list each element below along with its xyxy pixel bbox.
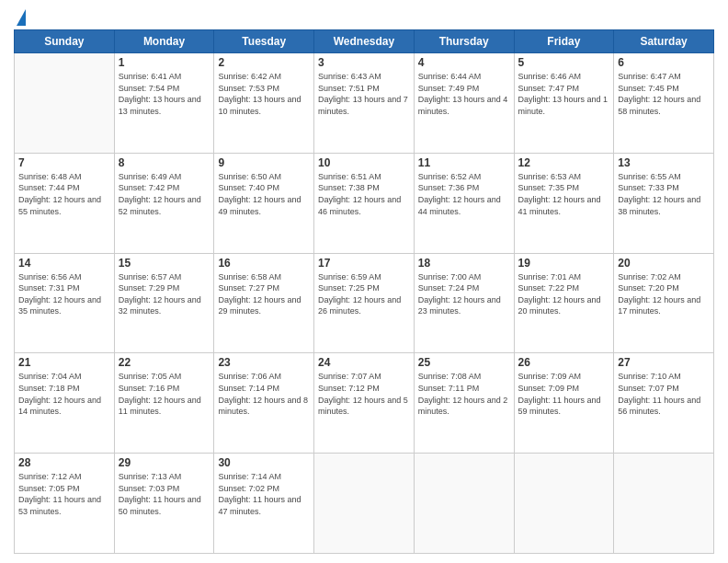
day-detail: Sunrise: 6:59 AMSunset: 7:25 PMDaylight:…	[318, 271, 410, 317]
day-detail: Sunrise: 7:07 AMSunset: 7:12 PMDaylight:…	[318, 371, 410, 417]
day-number: 13	[618, 156, 710, 169]
day-number: 15	[119, 257, 210, 270]
day-detail: Sunrise: 6:58 AMSunset: 7:27 PMDaylight:…	[218, 271, 310, 317]
day-detail: Sunrise: 7:12 AMSunset: 7:05 PMDaylight:…	[18, 471, 110, 517]
day-detail: Sunrise: 6:55 AMSunset: 7:33 PMDaylight:…	[618, 171, 710, 217]
calendar-day-header: Monday	[114, 30, 214, 53]
day-detail: Sunrise: 7:06 AMSunset: 7:14 PMDaylight:…	[218, 371, 310, 417]
logo-triangle-icon	[17, 9, 26, 26]
calendar-day-header: Tuesday	[214, 30, 314, 53]
day-detail: Sunrise: 7:09 AMSunset: 7:09 PMDaylight:…	[518, 371, 610, 417]
calendar-cell	[414, 454, 514, 554]
day-number: 3	[318, 56, 410, 69]
day-detail: Sunrise: 6:48 AMSunset: 7:44 PMDaylight:…	[18, 171, 110, 217]
page: SundayMondayTuesdayWednesdayThursdayFrid…	[0, 0, 728, 563]
day-detail: Sunrise: 7:08 AMSunset: 7:11 PMDaylight:…	[418, 371, 510, 417]
day-detail: Sunrise: 6:53 AMSunset: 7:35 PMDaylight:…	[518, 171, 610, 217]
calendar-cell: 3Sunrise: 6:43 AMSunset: 7:51 PMDaylight…	[314, 53, 415, 154]
calendar-cell: 17Sunrise: 6:59 AMSunset: 7:25 PMDayligh…	[314, 253, 415, 353]
calendar-day-header: Wednesday	[314, 30, 415, 53]
day-number: 21	[18, 356, 110, 369]
calendar-cell: 6Sunrise: 6:47 AMSunset: 7:45 PMDaylight…	[614, 53, 714, 154]
calendar-cell: 5Sunrise: 6:46 AMSunset: 7:47 PMDaylight…	[514, 53, 614, 154]
day-number: 1	[119, 56, 210, 69]
calendar-header-row: SundayMondayTuesdayWednesdayThursdayFrid…	[15, 30, 714, 53]
calendar-cell: 15Sunrise: 6:57 AMSunset: 7:29 PMDayligh…	[114, 253, 214, 353]
day-number: 23	[218, 356, 310, 369]
day-detail: Sunrise: 7:00 AMSunset: 7:24 PMDaylight:…	[418, 271, 510, 317]
day-number: 18	[418, 257, 510, 270]
day-number: 22	[119, 356, 210, 369]
day-number: 25	[418, 356, 510, 369]
day-number: 20	[618, 257, 710, 270]
calendar-cell: 25Sunrise: 7:08 AMSunset: 7:11 PMDayligh…	[414, 353, 514, 454]
day-detail: Sunrise: 6:43 AMSunset: 7:51 PMDaylight:…	[318, 71, 410, 117]
day-number: 29	[119, 456, 210, 469]
calendar-cell: 7Sunrise: 6:48 AMSunset: 7:44 PMDaylight…	[15, 153, 115, 253]
day-number: 17	[318, 257, 410, 270]
day-number: 12	[518, 156, 610, 169]
calendar-cell: 14Sunrise: 6:56 AMSunset: 7:31 PMDayligh…	[15, 253, 115, 353]
day-number: 6	[618, 56, 710, 69]
day-number: 27	[618, 356, 710, 369]
day-number: 4	[418, 56, 510, 69]
day-detail: Sunrise: 6:51 AMSunset: 7:38 PMDaylight:…	[318, 171, 410, 217]
day-detail: Sunrise: 7:14 AMSunset: 7:02 PMDaylight:…	[218, 471, 310, 517]
calendar-cell: 24Sunrise: 7:07 AMSunset: 7:12 PMDayligh…	[314, 353, 415, 454]
calendar-cell: 21Sunrise: 7:04 AMSunset: 7:18 PMDayligh…	[15, 353, 115, 454]
calendar-cell: 13Sunrise: 6:55 AMSunset: 7:33 PMDayligh…	[614, 153, 714, 253]
day-detail: Sunrise: 7:04 AMSunset: 7:18 PMDaylight:…	[18, 371, 110, 417]
calendar-week-row: 1Sunrise: 6:41 AMSunset: 7:54 PMDaylight…	[15, 53, 714, 154]
calendar-cell: 10Sunrise: 6:51 AMSunset: 7:38 PMDayligh…	[314, 153, 415, 253]
day-detail: Sunrise: 7:02 AMSunset: 7:20 PMDaylight:…	[618, 271, 710, 317]
calendar-cell	[614, 454, 714, 554]
calendar-week-row: 14Sunrise: 6:56 AMSunset: 7:31 PMDayligh…	[15, 253, 714, 353]
calendar-week-row: 7Sunrise: 6:48 AMSunset: 7:44 PMDaylight…	[15, 153, 714, 253]
calendar-day-header: Thursday	[414, 30, 514, 53]
calendar-cell: 12Sunrise: 6:53 AMSunset: 7:35 PMDayligh…	[514, 153, 614, 253]
day-detail: Sunrise: 6:42 AMSunset: 7:53 PMDaylight:…	[218, 71, 310, 117]
calendar-cell: 11Sunrise: 6:52 AMSunset: 7:36 PMDayligh…	[414, 153, 514, 253]
day-number: 9	[218, 156, 310, 169]
calendar-cell: 18Sunrise: 7:00 AMSunset: 7:24 PMDayligh…	[414, 253, 514, 353]
day-number: 14	[18, 257, 110, 270]
calendar-cell: 29Sunrise: 7:13 AMSunset: 7:03 PMDayligh…	[114, 454, 214, 554]
calendar-day-header: Saturday	[614, 30, 714, 53]
header	[14, 9, 714, 26]
calendar-cell	[314, 454, 415, 554]
calendar-cell: 19Sunrise: 7:01 AMSunset: 7:22 PMDayligh…	[514, 253, 614, 353]
day-number: 26	[518, 356, 610, 369]
day-number: 10	[318, 156, 410, 169]
day-detail: Sunrise: 6:56 AMSunset: 7:31 PMDaylight:…	[18, 271, 110, 317]
calendar-week-row: 21Sunrise: 7:04 AMSunset: 7:18 PMDayligh…	[15, 353, 714, 454]
day-number: 11	[418, 156, 510, 169]
day-detail: Sunrise: 7:05 AMSunset: 7:16 PMDaylight:…	[119, 371, 210, 417]
calendar-cell	[514, 454, 614, 554]
calendar-cell: 30Sunrise: 7:14 AMSunset: 7:02 PMDayligh…	[214, 454, 314, 554]
calendar-cell: 2Sunrise: 6:42 AMSunset: 7:53 PMDaylight…	[214, 53, 314, 154]
day-detail: Sunrise: 7:10 AMSunset: 7:07 PMDaylight:…	[618, 371, 710, 417]
day-number: 30	[218, 456, 310, 469]
day-detail: Sunrise: 7:01 AMSunset: 7:22 PMDaylight:…	[518, 271, 610, 317]
day-detail: Sunrise: 6:50 AMSunset: 7:40 PMDaylight:…	[218, 171, 310, 217]
calendar-week-row: 28Sunrise: 7:12 AMSunset: 7:05 PMDayligh…	[15, 454, 714, 554]
calendar-cell: 9Sunrise: 6:50 AMSunset: 7:40 PMDaylight…	[214, 153, 314, 253]
calendar-cell: 22Sunrise: 7:05 AMSunset: 7:16 PMDayligh…	[114, 353, 214, 454]
calendar-cell: 16Sunrise: 6:58 AMSunset: 7:27 PMDayligh…	[214, 253, 314, 353]
calendar-cell: 23Sunrise: 7:06 AMSunset: 7:14 PMDayligh…	[214, 353, 314, 454]
day-detail: Sunrise: 6:52 AMSunset: 7:36 PMDaylight:…	[418, 171, 510, 217]
logo	[14, 13, 26, 26]
calendar-cell: 1Sunrise: 6:41 AMSunset: 7:54 PMDaylight…	[114, 53, 214, 154]
calendar-cell: 27Sunrise: 7:10 AMSunset: 7:07 PMDayligh…	[614, 353, 714, 454]
day-number: 16	[218, 257, 310, 270]
day-number: 7	[18, 156, 110, 169]
day-detail: Sunrise: 6:49 AMSunset: 7:42 PMDaylight:…	[119, 171, 210, 217]
calendar-cell: 4Sunrise: 6:44 AMSunset: 7:49 PMDaylight…	[414, 53, 514, 154]
calendar-table: SundayMondayTuesdayWednesdayThursdayFrid…	[14, 29, 714, 554]
calendar-cell: 28Sunrise: 7:12 AMSunset: 7:05 PMDayligh…	[15, 454, 115, 554]
calendar-cell	[15, 53, 115, 154]
calendar-cell: 8Sunrise: 6:49 AMSunset: 7:42 PMDaylight…	[114, 153, 214, 253]
calendar-cell: 26Sunrise: 7:09 AMSunset: 7:09 PMDayligh…	[514, 353, 614, 454]
day-detail: Sunrise: 7:13 AMSunset: 7:03 PMDaylight:…	[119, 471, 210, 517]
day-detail: Sunrise: 6:44 AMSunset: 7:49 PMDaylight:…	[418, 71, 510, 117]
